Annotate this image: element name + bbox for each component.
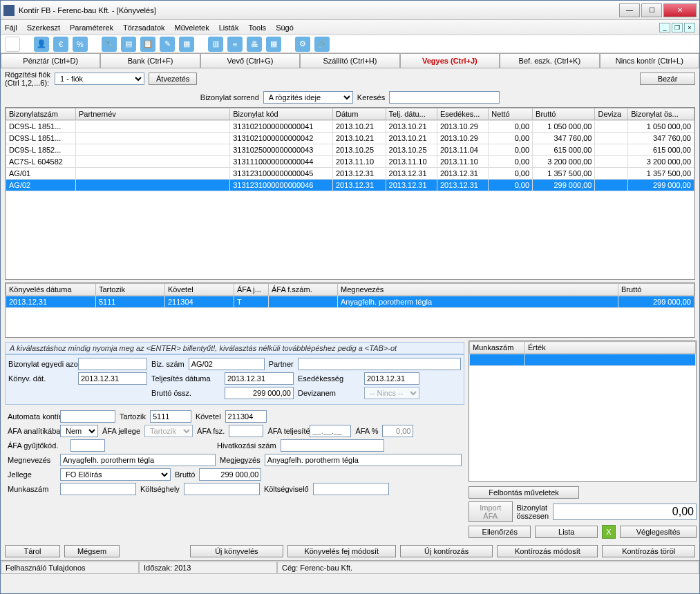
minimize-button[interactable]: —	[619, 3, 640, 17]
table-row[interactable]: AC7S-L 60458231311100000000000442013.11.…	[6, 156, 694, 168]
tab-vevo[interactable]: Vevő (Ctrl+G)	[200, 53, 300, 68]
menu-sugo[interactable]: Súgó	[276, 23, 294, 32]
megsem-button[interactable]: Mégsem	[64, 545, 120, 557]
maximize-button[interactable]: ☐	[641, 3, 662, 17]
column-header[interactable]: ÁFA j...	[234, 284, 269, 296]
edit-icon[interactable]: ✎	[160, 37, 175, 52]
column-header[interactable]: Partnernév	[75, 108, 229, 120]
koltsegviselo-input[interactable]	[313, 483, 389, 495]
tab-szallito[interactable]: Szállító (Ctrl+H)	[300, 53, 399, 68]
biz-sorrend-select[interactable]: A rögzítés ideje	[263, 91, 353, 104]
munkaszam-col[interactable]: Munkaszám	[470, 342, 525, 354]
column-header[interactable]: Esedékes...	[437, 108, 488, 120]
tab-bank[interactable]: Bank (Ctrl+F)	[100, 53, 200, 68]
table-row[interactable]: DC9S-L 1852...31310250000000000432013.10…	[6, 144, 694, 156]
table-row[interactable]: AG/0131312310000000000452013.12.312013.1…	[6, 168, 694, 180]
table-row[interactable]: 2013.12.315111211304TAnyagfelh. porother…	[6, 296, 694, 308]
column-header[interactable]: Követel	[165, 284, 234, 296]
uj-konyveles-button[interactable]: Új könyvelés	[190, 545, 283, 557]
column-header[interactable]: ÁFA f.szám.	[269, 284, 338, 296]
table-icon[interactable]: ▦	[266, 37, 281, 52]
afa-anal-select[interactable]: Nem	[60, 425, 98, 437]
tartozik-input[interactable]	[150, 410, 191, 423]
mdi-close-button[interactable]: ×	[684, 23, 695, 32]
jellege-select[interactable]: FO Előírás	[60, 468, 171, 481]
column-header[interactable]: Dátum	[333, 108, 386, 120]
koltseghely-input[interactable]	[184, 483, 260, 495]
biz-szam-input[interactable]	[189, 358, 265, 370]
column-header[interactable]: Telj. dátu...	[386, 108, 437, 120]
kontirozas-modosit-button[interactable]: Kontírozás módosít	[497, 545, 598, 557]
hiv-szam-input[interactable]	[281, 439, 384, 452]
uj-kontirozas-button[interactable]: Új kontírozás	[400, 545, 493, 557]
telj-dat-input[interactable]	[225, 372, 294, 385]
konyv-dat-input[interactable]	[78, 372, 147, 385]
partner-input[interactable]	[298, 358, 461, 370]
kontirozas-torol-button[interactable]: Kontírozás töröl	[602, 545, 695, 557]
ertek-col[interactable]: Érték	[525, 342, 696, 354]
bezar-button[interactable]: Bezár	[640, 73, 695, 85]
wrench-icon[interactable]: 🔧	[102, 37, 117, 52]
felbontas-button[interactable]: Felbontás műveletek	[469, 486, 579, 499]
folder-icon[interactable]	[5, 37, 20, 52]
close-button[interactable]: ✕	[663, 3, 697, 17]
atvezetes-button[interactable]: Átvezetés	[149, 73, 197, 85]
excel-icon[interactable]: X	[602, 525, 616, 539]
menu-fajl[interactable]: Fájl	[5, 23, 17, 32]
table-row[interactable]: DC9S-L 1851...31310210000000000422013.10…	[6, 133, 694, 144]
print-icon[interactable]: 🖶	[247, 37, 262, 52]
biz-egyedi-input[interactable]	[78, 358, 147, 370]
tarol-button[interactable]: Tárol	[5, 545, 60, 557]
column-header[interactable]: Könyvelés dátuma	[6, 284, 96, 296]
list-icon[interactable]: ≡	[227, 37, 243, 52]
konyveles-fej-modosit-button[interactable]: Könyvelés fej módosít	[287, 545, 396, 557]
settings-icon[interactable]: ⚙	[295, 37, 310, 52]
table-row[interactable]: DC9S-L 1851...31310210000000000412013.10…	[6, 121, 694, 133]
column-header[interactable]: Bizonylat ös...	[628, 108, 694, 120]
veglegesites-button[interactable]: Véglegesítés	[620, 526, 697, 538]
user-icon[interactable]: 👤	[34, 37, 49, 52]
afa-telj-input[interactable]	[310, 425, 351, 437]
lista-button[interactable]: Lista	[535, 526, 597, 538]
document-icon[interactable]: ▤	[121, 37, 136, 52]
menu-parameterek[interactable]: Paraméterek	[70, 23, 113, 32]
tab-penztar[interactable]: Pénztár (Ctrl+D)	[1, 53, 100, 68]
percent-icon[interactable]: %	[73, 37, 88, 52]
automata-input[interactable]	[60, 410, 115, 423]
tab-nincs[interactable]: Nincs kontír (Ctrl+L)	[600, 53, 699, 68]
menu-tools[interactable]: Tools	[248, 23, 266, 32]
euro-icon[interactable]: €	[53, 37, 68, 52]
tab-befeszk[interactable]: Bef. eszk. (Ctrl+K)	[500, 53, 599, 68]
munkaszam-input[interactable]	[60, 483, 136, 495]
chart-icon[interactable]: ▥	[208, 37, 223, 52]
table-row[interactable]	[470, 354, 696, 366]
kereses-input[interactable]	[389, 91, 500, 104]
column-header[interactable]: Bruttó	[618, 284, 694, 296]
esed-input[interactable]	[364, 372, 419, 385]
column-header[interactable]: Tartozik	[96, 284, 165, 296]
column-header[interactable]: Nettó	[489, 108, 533, 120]
tab-vegyes[interactable]: Vegyes (Ctrl+J)	[400, 53, 500, 68]
table-row[interactable]: AG/0231312310000000000462013.12.312013.1…	[6, 180, 694, 191]
link-icon[interactable]: 🔗	[314, 37, 330, 52]
clipboard-icon[interactable]: 📋	[140, 37, 155, 52]
menu-muveletek[interactable]: Műveletek	[175, 23, 209, 32]
afa-fsz-input[interactable]	[229, 425, 263, 437]
afa-gyujto-input[interactable]	[70, 439, 105, 452]
brutto-ossz-input[interactable]	[225, 387, 294, 399]
column-header[interactable]: Megnevezés	[338, 284, 618, 296]
megnevezes-input[interactable]	[60, 454, 216, 466]
column-header[interactable]: Bruttó	[533, 108, 595, 120]
ellenorzes-button[interactable]: Ellenőrzés	[469, 526, 531, 538]
megjegyzes-input[interactable]	[265, 454, 462, 466]
menu-listak[interactable]: Listák	[219, 23, 239, 32]
rogzitesi-fiok-select[interactable]: 1 - fiók	[55, 73, 144, 85]
column-header[interactable]: Bizonylat kód	[230, 108, 333, 120]
calculator-icon[interactable]: ▦	[179, 37, 194, 52]
mdi-minimize-button[interactable]: _	[659, 23, 670, 32]
column-header[interactable]: Bizonylatszám	[6, 108, 76, 120]
brutto-input[interactable]	[199, 468, 261, 481]
mdi-restore-button[interactable]: ❐	[672, 23, 683, 32]
kovetel-input[interactable]	[225, 410, 267, 423]
menu-torzsadatok[interactable]: Törzsadatok	[123, 23, 165, 32]
